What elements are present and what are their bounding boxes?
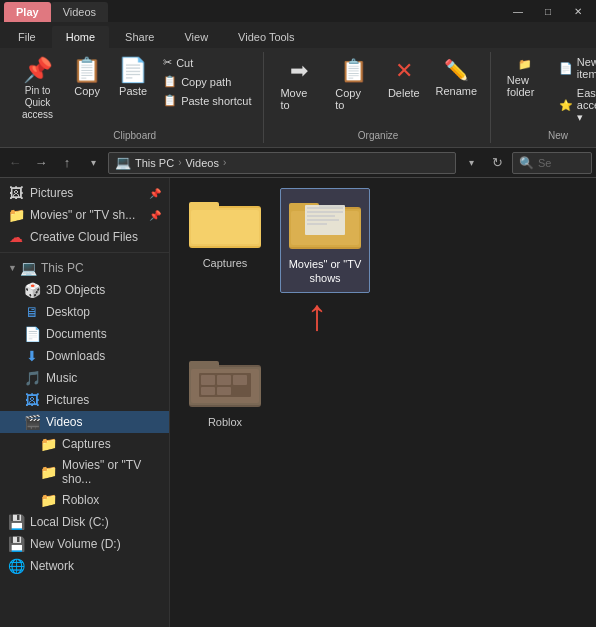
music-icon: 🎵: [24, 370, 40, 386]
pin-quick-access-button[interactable]: 📌 Pin to Quick access: [12, 54, 63, 125]
sidebar-item-label: Videos: [46, 415, 82, 429]
new-item-button[interactable]: 📄 New item ▾: [553, 54, 596, 83]
forward-button[interactable]: →: [30, 152, 52, 174]
sidebar-item-label: Network: [30, 559, 74, 573]
sidebar-item-label: Documents: [46, 327, 107, 341]
captures-folder-icon: 📁: [40, 436, 56, 452]
new-group: 📁 New folder 📄 New item ▾ ⭐ Easy access …: [493, 52, 596, 143]
close-button[interactable]: ✕: [564, 2, 592, 20]
recent-locations-button[interactable]: ▾: [82, 152, 104, 174]
search-input[interactable]: 🔍 Se: [512, 152, 592, 174]
maximize-button[interactable]: □: [534, 2, 562, 20]
movies-folder-icon: 📁: [40, 464, 56, 480]
new-small-buttons: 📄 New item ▾ ⭐ Easy access ▾: [553, 54, 596, 126]
search-icon: 🔍: [519, 156, 534, 170]
sidebar-item-downloads[interactable]: ⬇ Downloads: [0, 345, 169, 367]
svg-rect-20: [217, 375, 231, 385]
easy-access-button[interactable]: ⭐ Easy access ▾: [553, 85, 596, 126]
delete-icon: ✕: [395, 58, 413, 84]
videos-icon: 🎬: [24, 414, 40, 430]
refresh-button[interactable]: ↻: [486, 152, 508, 174]
new-folder-icon: 📁: [518, 58, 532, 71]
organize-label: Organize: [358, 128, 399, 141]
ribbon-tab-bar: File Home Share View Video Tools: [0, 22, 596, 48]
drive-c-icon: 💾: [8, 514, 24, 530]
sidebar-item-videos[interactable]: 🎬 Videos: [0, 411, 169, 433]
search-placeholder: Se: [538, 157, 551, 169]
path-icon: 💻: [115, 155, 131, 170]
delete-button[interactable]: ✕ Delete: [381, 54, 427, 103]
window-controls: — □ ✕: [504, 2, 592, 20]
copy-path-button[interactable]: 📋 Copy path: [157, 73, 257, 90]
sidebar-item-documents[interactable]: 📄 Documents: [0, 323, 169, 345]
paste-icon: 📄: [118, 58, 148, 82]
up-button[interactable]: ↑: [56, 152, 78, 174]
tab-home[interactable]: Home: [52, 26, 109, 48]
tab-videos[interactable]: Videos: [51, 2, 108, 22]
scissors-icon: ✂: [163, 56, 172, 69]
folder-captures[interactable]: Captures: [180, 188, 270, 293]
sidebar-item-local-disk[interactable]: 💾 Local Disk (C:): [0, 511, 169, 533]
address-dropdown-button[interactable]: ▾: [460, 152, 482, 174]
downloads-icon: ⬇: [24, 348, 40, 364]
selection-arrow: ↑: [306, 293, 328, 337]
paste-shortcut-button[interactable]: 📋 Paste shortcut: [157, 92, 257, 109]
sidebar-item-thispc[interactable]: ▼ 💻 This PC: [0, 257, 169, 279]
svg-rect-22: [201, 387, 215, 395]
address-path[interactable]: 💻 This PC › Videos ›: [108, 152, 456, 174]
roblox-folder-icon: 📁: [40, 492, 56, 508]
rename-button[interactable]: ✏️ Rename: [429, 54, 484, 101]
sidebar-item-3dobjects[interactable]: 🎲 3D Objects: [0, 279, 169, 301]
cut-button[interactable]: ✂ Cut: [157, 54, 257, 71]
clipboard-group: 📌 Pin to Quick access 📋 Copy 📄 Paste ✂: [6, 52, 264, 143]
sidebar-item-creative-cloud[interactable]: ☁ Creative Cloud Files: [0, 226, 169, 248]
tab-share[interactable]: Share: [111, 26, 168, 48]
copy-path-icon: 📋: [163, 75, 177, 88]
sidebar-item-label: Roblox: [62, 493, 99, 507]
copy-button[interactable]: 📋 Copy: [65, 54, 109, 101]
copy-icon: 📋: [72, 58, 102, 82]
sidebar-item-captures[interactable]: 📁 Captures: [0, 433, 169, 455]
tab-play[interactable]: Play: [4, 2, 51, 22]
sidebar-item-network[interactable]: 🌐 Network: [0, 555, 169, 577]
copy-to-icon: 📋: [340, 58, 367, 84]
folder-roblox[interactable]: Roblox: [180, 347, 270, 435]
sidebar-item-desktop[interactable]: 🖥 Desktop: [0, 301, 169, 323]
file-area: Captures: [170, 178, 596, 627]
copy-to-button[interactable]: 📋 Copy to: [327, 54, 379, 115]
sidebar-item-music[interactable]: 🎵 Music: [0, 367, 169, 389]
organize-buttons: ➡ Move to 📋 Copy to ✕ Delete ✏️ Rename: [272, 54, 483, 126]
minimize-button[interactable]: —: [504, 2, 532, 20]
sidebar-item-label: This PC: [41, 261, 84, 275]
sidebar-item-pictures2[interactable]: 🖼 Pictures: [0, 389, 169, 411]
tab-view[interactable]: View: [170, 26, 222, 48]
svg-rect-21: [233, 375, 247, 385]
paste-button[interactable]: 📄 Paste: [111, 54, 155, 101]
new-folder-button[interactable]: 📁 New folder: [499, 54, 551, 102]
sidebar-item-pictures[interactable]: 🖼 Pictures 📌: [0, 182, 169, 204]
sidebar-item-movies-tv[interactable]: 📁 Movies" or "TV sh... 📌: [0, 204, 169, 226]
new-item-icon: 📄: [559, 62, 573, 75]
back-button[interactable]: ←: [4, 152, 26, 174]
tab-file[interactable]: File: [4, 26, 50, 48]
expand-arrow: ▼: [8, 263, 17, 273]
svg-rect-13: [307, 223, 327, 225]
tab-video-tools[interactable]: Video Tools: [224, 26, 308, 48]
sidebar-item-label: Creative Cloud Files: [30, 230, 138, 244]
sidebar-item-roblox[interactable]: 📁 Roblox: [0, 489, 169, 511]
folder-movies-tv[interactable]: Movies" or "TV shows: [280, 188, 370, 293]
folder-roblox-label: Roblox: [208, 415, 242, 429]
rename-icon: ✏️: [444, 58, 469, 82]
sidebar-item-label: Movies" or "TV sh...: [30, 208, 135, 222]
move-to-button[interactable]: ➡ Move to: [272, 54, 325, 115]
computer-icon: 💻: [21, 260, 37, 276]
clipboard-small-buttons: ✂ Cut 📋 Copy path 📋 Paste shortcut: [157, 54, 257, 109]
sidebar-item-movies-tv2[interactable]: 📁 Movies" or "TV sho...: [0, 455, 169, 489]
move-icon: ➡: [290, 58, 308, 84]
svg-rect-23: [217, 387, 231, 395]
sidebar-item-label: 3D Objects: [46, 283, 105, 297]
organize-group: ➡ Move to 📋 Copy to ✕ Delete ✏️ Rename O…: [266, 52, 490, 143]
sidebar-item-new-volume[interactable]: 💾 New Volume (D:): [0, 533, 169, 555]
svg-rect-10: [307, 211, 343, 213]
pictures2-icon: 🖼: [24, 392, 40, 408]
